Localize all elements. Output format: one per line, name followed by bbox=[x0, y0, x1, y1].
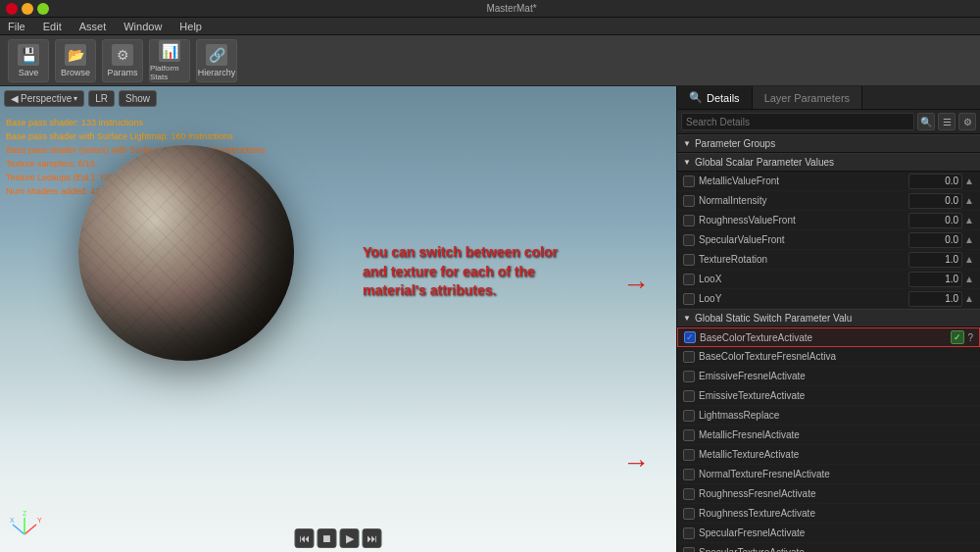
save-button[interactable]: 💾 Save bbox=[8, 39, 49, 82]
viewport-toolbar: ◀ Perspective ▾ LR Show bbox=[4, 90, 157, 107]
minimize-button[interactable] bbox=[22, 3, 33, 15]
spin-icon-2: ▲ bbox=[964, 195, 974, 206]
playback-start-button[interactable]: ⏮ bbox=[295, 528, 315, 548]
annotation-line-2: and texture for each of the bbox=[363, 263, 558, 282]
lightmass-replace-row: LightmassReplace bbox=[677, 406, 980, 426]
maximize-button[interactable] bbox=[37, 3, 49, 15]
texture-rotation-checkbox[interactable] bbox=[683, 254, 695, 266]
show-button[interactable]: Show bbox=[119, 90, 157, 107]
normal-texture-fresnel-row: NormalTextureFresnelActivate bbox=[677, 465, 980, 484]
roughness-fresnel-checkbox[interactable] bbox=[683, 488, 695, 500]
viewport-bottom-controls: ⏮ ⏹ ▶ ⏭ bbox=[295, 528, 382, 548]
playback-end-button[interactable]: ⏭ bbox=[363, 528, 382, 548]
view-lr-button[interactable]: LR bbox=[88, 90, 115, 107]
param-normal-intensity: NormalIntensity ▲ bbox=[677, 191, 980, 211]
viewport[interactable]: ◀ Perspective ▾ LR Show Base pass shader… bbox=[0, 86, 676, 552]
menu-window[interactable]: Window bbox=[120, 21, 166, 32]
stats-icon: 📊 bbox=[159, 40, 180, 62]
specular-texture-activate-row: SpecularTextureActivate bbox=[677, 543, 980, 552]
normal-intensity-checkbox[interactable] bbox=[683, 195, 695, 207]
main-area: ◀ Perspective ▾ LR Show Base pass shader… bbox=[0, 86, 980, 552]
browse-button[interactable]: 📂 Browse bbox=[55, 39, 96, 82]
normal-intensity-value[interactable] bbox=[908, 193, 962, 209]
hierarchy-icon: 🔗 bbox=[206, 44, 227, 66]
param-metallic-front: MetallicValueFront ▲ bbox=[677, 172, 980, 191]
arrow-2-icon: → bbox=[622, 447, 650, 478]
lightmass-replace-checkbox[interactable] bbox=[683, 410, 695, 422]
param-loox: LooX ▲ bbox=[677, 270, 980, 289]
emissive-fresnel-checkbox[interactable] bbox=[683, 371, 695, 382]
search-bar: 🔍 ☰ ⚙ bbox=[677, 110, 980, 134]
menu-asset[interactable]: Asset bbox=[75, 21, 111, 32]
annotation-line-1: You can switch between color bbox=[363, 243, 558, 263]
spin-icon-4: ▲ bbox=[964, 234, 974, 245]
playback-play-button[interactable]: ▶ bbox=[340, 528, 360, 548]
looy-value[interactable] bbox=[908, 291, 962, 307]
menu-help[interactable]: Help bbox=[175, 21, 206, 32]
param-specular-front: SpecularValueFront ▲ bbox=[677, 230, 980, 250]
dropdown-arrow-icon: ▾ bbox=[74, 94, 77, 103]
base-color-fresnel-checkbox[interactable] bbox=[683, 351, 695, 363]
perspective-dropdown[interactable]: ◀ Perspective ▾ bbox=[4, 90, 84, 107]
scalar-section-header[interactable]: ▼ Global Scalar Parameter Values bbox=[677, 153, 980, 172]
menubar: File Edit Asset Window Help bbox=[0, 18, 980, 35]
close-button[interactable] bbox=[6, 3, 18, 15]
base-color-texture-activate-row: ✓ BaseColorTextureActivate ✓ ? bbox=[677, 327, 980, 347]
texture-rotation-value[interactable] bbox=[908, 252, 962, 268]
normal-texture-fresnel-checkbox[interactable] bbox=[683, 469, 695, 480]
emissive-texture-checkbox[interactable] bbox=[683, 390, 695, 402]
static-switch-triangle-icon: ▼ bbox=[683, 314, 691, 323]
roughness-front-checkbox[interactable] bbox=[683, 215, 695, 226]
metallic-fresnel-activate-row: MetallicFresnelActivate bbox=[677, 426, 980, 445]
search-input[interactable] bbox=[681, 113, 914, 130]
sphere-container bbox=[78, 145, 314, 380]
search-button[interactable]: 🔍 bbox=[917, 113, 935, 130]
roughness-texture-checkbox[interactable] bbox=[683, 508, 695, 520]
perspective-icon: ◀ bbox=[11, 93, 19, 104]
triangle-icon: ▼ bbox=[683, 139, 691, 148]
spin-icon-7: ▲ bbox=[964, 293, 974, 304]
specular-texture-checkbox[interactable] bbox=[683, 547, 695, 553]
loox-value[interactable] bbox=[908, 272, 962, 287]
details-icon: 🔍 bbox=[689, 91, 703, 104]
filter-button[interactable]: ☰ bbox=[938, 113, 956, 130]
hierarchy-button[interactable]: 🔗 Hierarchy bbox=[196, 39, 237, 82]
spin-icon-5: ▲ bbox=[964, 254, 974, 265]
tab-layer-parameters[interactable]: Layer Parameters bbox=[753, 86, 862, 109]
menu-file[interactable]: File bbox=[4, 21, 29, 32]
specular-fresnel-activate-row: SpecularFresnelActivate bbox=[677, 524, 980, 543]
specular-front-checkbox[interactable] bbox=[683, 234, 695, 246]
params-button[interactable]: ⚙ Params bbox=[102, 39, 143, 82]
svg-line-0 bbox=[13, 525, 24, 534]
static-switch-header[interactable]: ▼ Global Static Switch Parameter Valu bbox=[677, 309, 980, 327]
playback-prev-button[interactable]: ⏹ bbox=[318, 528, 337, 548]
spin-icon: ▲ bbox=[964, 176, 974, 186]
loox-checkbox[interactable] bbox=[683, 274, 695, 285]
parameter-groups-header[interactable]: ▼ Parameter Groups bbox=[677, 134, 980, 153]
tab-details[interactable]: 🔍 Details bbox=[677, 86, 753, 109]
settings-button[interactable]: ⚙ bbox=[958, 113, 976, 130]
metallic-texture-checkbox[interactable] bbox=[683, 449, 695, 461]
platform-stats-button[interactable]: 📊 Platform Stats bbox=[149, 39, 190, 82]
3d-sphere bbox=[78, 145, 294, 361]
menu-edit[interactable]: Edit bbox=[39, 21, 66, 32]
metallic-front-value[interactable] bbox=[908, 174, 962, 189]
specular-fresnel-checkbox[interactable] bbox=[683, 527, 695, 539]
looy-checkbox[interactable] bbox=[683, 293, 695, 305]
window-title: MasterMat* bbox=[49, 3, 974, 14]
specular-front-value[interactable] bbox=[908, 232, 962, 248]
base-color-texture-activate-checkbox[interactable]: ✓ bbox=[684, 331, 696, 343]
annotation-text: You can switch between color and texture… bbox=[363, 243, 558, 301]
param-texture-rotation: TextureRotation ▲ bbox=[677, 250, 980, 270]
svg-text:Y: Y bbox=[37, 517, 42, 524]
arrow-1-icon: → bbox=[622, 269, 650, 300]
metallic-front-checkbox[interactable] bbox=[683, 176, 695, 187]
param-roughness-front: RoughnessValueFront ▲ bbox=[677, 211, 980, 230]
metallic-fresnel-checkbox[interactable] bbox=[683, 429, 695, 441]
debug-line-1: Base pass shader: 133 instructions bbox=[6, 116, 266, 129]
annotation-line-3: material's attributes. bbox=[363, 281, 558, 301]
window-controls[interactable] bbox=[6, 3, 49, 15]
roughness-front-value[interactable] bbox=[908, 213, 962, 228]
debug-line-2: Base pass shader with Surface Lightmap: … bbox=[6, 129, 266, 143]
svg-line-1 bbox=[24, 525, 36, 534]
